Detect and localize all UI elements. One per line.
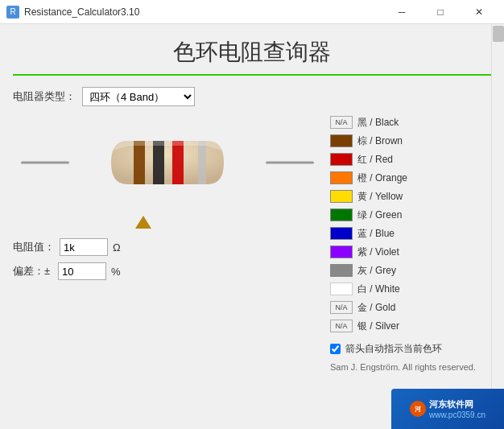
type-label: 电阻器类型： xyxy=(13,89,76,104)
watermark-line1: 河东软件网 xyxy=(429,398,485,410)
red-swatch xyxy=(330,153,353,166)
watermark: 河 河东软件网 www.pc0359.cn xyxy=(391,389,504,429)
watermark-logo: 河 xyxy=(410,401,426,417)
type-select[interactable]: 四环（4 Band） 五环（5 Band） 六环（6 Band） xyxy=(82,87,195,106)
type-row: 电阻器类型： 四环（4 Band） 五环（5 Band） 六环（6 Band） xyxy=(13,87,491,106)
color-item-white-swatch: 白 / White xyxy=(330,281,491,297)
main-content: 色环电阻查询器 电阻器类型： 四环（4 Band） 五环（5 Band） 六环（… xyxy=(0,24,504,385)
resistance-unit: Ω xyxy=(113,241,121,254)
band-arrow xyxy=(135,216,151,229)
svg-rect-3 xyxy=(198,141,206,184)
color-label-9: 白 / White xyxy=(357,283,400,296)
maximize-button[interactable]: □ xyxy=(422,0,459,24)
color-item-brown-swatch: 棕 / Brown xyxy=(330,133,491,149)
page-title: 色环电阻查询器 xyxy=(13,24,491,74)
color-item-violet-swatch: 紫 / Violet xyxy=(330,244,491,260)
tolerance-label: 偏差：± xyxy=(13,264,53,278)
left-side: 电阻值： Ω 偏差：± % xyxy=(13,114,322,372)
watermark-inner: 河 河东软件网 www.pc0359.cn xyxy=(410,398,485,419)
watermark-line2: www.pc0359.cn xyxy=(429,410,485,419)
color-label-6: 蓝 / Blue xyxy=(357,227,395,241)
wire-left xyxy=(21,162,69,164)
title-bar-left: R Resistance_Calculator3.10 xyxy=(6,6,139,19)
checkbox-row: 箭头自动指示当前色环 xyxy=(330,342,491,356)
green-swatch xyxy=(330,208,353,221)
tolerance-input[interactable] xyxy=(58,262,106,280)
content-area: 电阻值： Ω 偏差：± % N/A黑 / Black棕 / Brown红 / R… xyxy=(13,114,491,372)
color-label-4: 黄 / Yellow xyxy=(357,190,403,204)
minimize-button[interactable]: ─ xyxy=(383,0,420,24)
color-label-8: 灰 / Grey xyxy=(357,264,396,278)
color-item-blue-swatch: 蓝 / Blue xyxy=(330,225,491,241)
color-item-green-swatch: 绿 / Green xyxy=(330,207,491,223)
wire-right xyxy=(266,162,314,164)
tolerance-row: 偏差：± % xyxy=(13,262,322,280)
color-item-yellow-swatch: 黄 / Yellow xyxy=(330,188,491,204)
svg-rect-1 xyxy=(153,141,164,184)
right-side: N/A黑 / Black棕 / Brown红 / Red橙 / Orange黄 … xyxy=(330,114,491,372)
brown-swatch xyxy=(330,134,353,147)
divider-line xyxy=(13,74,491,76)
color-label-2: 红 / Red xyxy=(357,153,393,167)
color-item-silver-swatch: N/A银 / Silver xyxy=(330,318,491,334)
watermark-text: 河东软件网 www.pc0359.cn xyxy=(429,398,485,419)
color-item-gold-swatch: N/A金 / Gold xyxy=(330,299,491,316)
footer-text: Sam J. Engström. All rights reserved. xyxy=(330,362,491,372)
tolerance-unit: % xyxy=(111,266,121,278)
orange-swatch xyxy=(330,171,353,184)
color-label-0: 黑 / Black xyxy=(357,116,399,130)
grey-swatch xyxy=(330,264,353,277)
arrow-checkbox[interactable] xyxy=(330,344,341,354)
violet-swatch xyxy=(330,245,353,258)
color-label-3: 橙 / Orange xyxy=(357,171,407,185)
blue-swatch xyxy=(330,227,353,240)
resistor-body xyxy=(87,134,248,191)
close-button[interactable]: ✕ xyxy=(461,0,498,24)
app-icon: R xyxy=(6,6,19,19)
color-item-grey-swatch: 灰 / Grey xyxy=(330,262,491,278)
silver-swatch: N/A xyxy=(330,320,353,332)
color-label-7: 紫 / Violet xyxy=(357,245,399,259)
svg-rect-2 xyxy=(172,141,184,184)
checkbox-label: 箭头自动指示当前色环 xyxy=(345,342,442,356)
gold-swatch: N/A xyxy=(330,301,353,314)
resistance-label: 电阻值： xyxy=(13,240,55,254)
title-bar: R Resistance_Calculator3.10 ─ □ ✕ xyxy=(0,0,504,24)
resistance-input[interactable] xyxy=(60,238,108,256)
color-item-orange-swatch: 橙 / Orange xyxy=(330,170,491,186)
resistance-row: 电阻值： Ω xyxy=(13,238,322,256)
color-label-5: 绿 / Green xyxy=(357,208,402,222)
yellow-swatch xyxy=(330,190,353,203)
color-item-red-swatch: 红 / Red xyxy=(330,151,491,167)
color-label-11: 银 / Silver xyxy=(357,320,399,333)
window-title: Resistance_Calculator3.10 xyxy=(24,6,139,18)
black-swatch: N/A xyxy=(330,116,353,129)
resistor-container xyxy=(13,122,322,203)
color-item-black-swatch: N/A黑 / Black xyxy=(330,114,491,130)
arrow-container xyxy=(0,216,322,229)
resistor-svg xyxy=(87,134,248,191)
window-controls: ─ □ ✕ xyxy=(383,0,498,24)
color-label-1: 棕 / Brown xyxy=(357,134,403,148)
white-swatch xyxy=(330,283,353,295)
color-legend: N/A黑 / Black棕 / Brown红 / Red橙 / Orange黄 … xyxy=(330,114,491,334)
svg-rect-0 xyxy=(134,141,145,184)
color-label-10: 金 / Gold xyxy=(357,301,395,315)
